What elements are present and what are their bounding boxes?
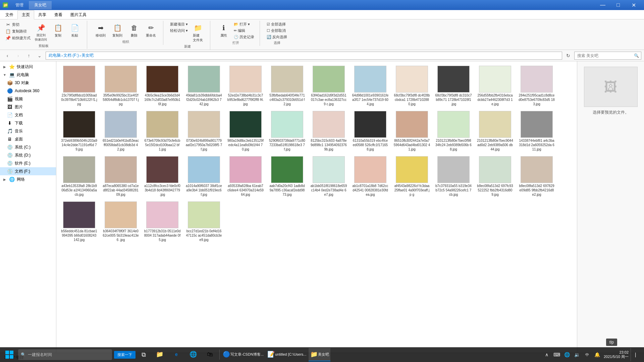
clock[interactable]: 23:02 2021/5/10 周一	[602, 350, 630, 359]
sidebar-item-drive-f[interactable]: 💿 文档 (F:)	[0, 167, 56, 175]
up-button[interactable]: ↑	[24, 51, 34, 60]
easy-access-button[interactable]: 轻松访问 ▾	[169, 28, 189, 34]
file-item[interactable]: a112c8fcc3cec3 fde0cf03b4d18 8d43f869427…	[142, 155, 182, 198]
taskbar-search[interactable]: 🔍 一建报名时间	[18, 349, 112, 360]
file-item[interactable]: 43b5c9ea15ce3b6d3d4169c7c2df33a87e950b1 …	[142, 64, 182, 108]
rename-button[interactable]: ✏ 重命名	[143, 21, 159, 39]
file-item[interactable]: ab1bb051f8198618e659c14b4 0ed2e738ad4e 6…	[309, 155, 349, 198]
sidebar-item-downloads[interactable]: ⬇ 下载	[0, 119, 56, 127]
file-item[interactable]: 23c79f3df8dcd1005bad0c3978b4710b9122f f1…	[59, 64, 99, 108]
sidebar-item-network[interactable]: ▶ 🌐 网络	[0, 175, 56, 183]
taskbar-app-ie[interactable]: e	[168, 348, 184, 361]
sidebar-item-music[interactable]: 🎵 音乐	[0, 127, 56, 135]
expand-button[interactable]: ⌄	[35, 51, 44, 60]
paste-shortcut-button[interactable]: 📌粘快捷方式	[4, 35, 32, 41]
properties-button[interactable]: ℹ 属性	[216, 21, 232, 39]
file-item[interactable]: ab1c8701a18b8 7d62ccd42541 00828381e30fd…	[350, 155, 390, 198]
sidebar-item-3d[interactable]: 📦 3D 对象	[0, 79, 56, 87]
back-button[interactable]: ‹	[3, 51, 12, 60]
file-item[interactable]: 284e251f95cad1c8d8ced0e8753e6709c83d5 18…	[517, 64, 557, 108]
file-item[interactable]: b364034f78f0f7 3614e062ce005 5b319eac413…	[101, 200, 141, 244]
sidebar-item-autodesk[interactable]: 🔵 Autodesk 360	[0, 87, 56, 95]
invert-selection-button[interactable]: 🔄 反向选择	[265, 34, 288, 40]
maximize-button[interactable]: □	[610, 0, 626, 10]
notification-icon[interactable]: 🔔	[592, 348, 602, 361]
sidebar-item-pictures[interactable]: 🖼 图片	[0, 103, 56, 111]
file-item[interactable]: b56eddc451da 81cbae1994395 b66d01608243 …	[59, 200, 99, 244]
forward-button[interactable]: ›	[13, 51, 23, 60]
refresh-button[interactable]: ↻	[564, 51, 573, 60]
file-item[interactable]: 63f40ad162d9f3d2d551017c3ae ec8a136327cc…	[309, 64, 349, 108]
file-item[interactable]: b8ec08fa513d2 697fc93522252 fbb2fb4316d8…	[475, 155, 515, 198]
file-item[interactable]: a1014a90f6037 38df1cea9e3b4 1bb051f919ec…	[184, 155, 224, 198]
search-input[interactable]	[577, 53, 633, 58]
address-path[interactable]: 此电脑 › 文档 (F:) › 美女吧	[46, 52, 562, 60]
file-item[interactable]: 673e6709c93d70cfe6cb5e15f2dcd100baa12 bf…	[142, 109, 182, 153]
new-folder-button[interactable]: 📁 新建文件夹	[190, 21, 206, 44]
file-item[interactable]: aab7d0a20cf43 1adb8d9a7895 c36acaf2edd98…	[267, 155, 307, 198]
file-item[interactable]: 651ed21b0ef41bd53eacff0058da81cb38db3d 4…	[101, 109, 141, 153]
copy-button[interactable]: 📋 复制	[50, 21, 66, 39]
ribbon-tab-home[interactable]: 主页	[17, 10, 34, 19]
file-item[interactable]: 256d55fbb2fb4316ebcadcbb27a4462308f7d3 1…	[475, 64, 515, 108]
sidebar-item-video[interactable]: 🎬 视频	[0, 95, 56, 103]
file-item[interactable]: b1773912b31b 0511e0d8004 317adab44aede 0…	[142, 200, 182, 244]
paste-button[interactable]: 📄 粘贴	[67, 21, 83, 39]
cut-button[interactable]: ✂剪切	[4, 21, 32, 27]
taskbar-app-explorer-pinned[interactable]: 📁	[152, 348, 168, 361]
ribbon-tab-share[interactable]: 共享	[34, 11, 50, 19]
show-desktop-button[interactable]: |	[631, 348, 640, 361]
volume-icon[interactable]: 🔉	[572, 348, 582, 361]
network-taskbar-icon[interactable]: 🌐	[562, 348, 572, 361]
file-item[interactable]: b8ec08fa513d2 697829e09d85 9fbb2fb4216d8…	[517, 155, 557, 198]
file-item[interactable]: 5290f603738da9771c807233ba51f8198618e3 7…	[267, 109, 307, 153]
new-item-button[interactable]: 新建项目 ▾	[169, 21, 189, 27]
pin-quick-access-button[interactable]: 📌 固定到快速访问	[33, 21, 49, 43]
ribbon-tab-view[interactable]: 查看	[50, 11, 66, 19]
taskbar-app-edge[interactable]: 🌐	[185, 348, 201, 361]
move-to-button[interactable]: ➡ 移动到	[93, 21, 109, 39]
history-button[interactable]: 🕐 历史记录	[232, 34, 256, 40]
imput-icon[interactable]: 中	[582, 348, 592, 361]
sidebar-item-drive-e[interactable]: 💿 软件 (E:)	[0, 159, 56, 167]
ribbon-tab-file[interactable]: 文件	[1, 11, 17, 19]
title-tab-meinvba[interactable]: 美女吧	[29, 1, 52, 9]
sidebar-item-drive-d[interactable]: 💿 系统 (D:)	[0, 151, 56, 159]
search-box[interactable]: 🔍	[574, 52, 641, 60]
file-item[interactable]: a93533fa828ba 61eab7c6dee4 634970a314e59…	[225, 155, 266, 198]
edit-button[interactable]: ✏ 编辑	[232, 28, 256, 34]
title-tab-manage[interactable]: 管理	[10, 1, 29, 9]
path-pc[interactable]: 此电脑	[49, 53, 61, 58]
select-all-button[interactable]: ☑ 全部选择	[265, 21, 287, 27]
task-view-button[interactable]: ⧉	[136, 348, 151, 361]
ribbon-tab-picture-tools[interactable]: 图片工具	[66, 11, 91, 19]
file-item[interactable]: 61310a55b319 ebc4fceed0588 526cffc1f1716…	[350, 109, 390, 153]
file-item[interactable]: 980a19d8bc3eb135129fedc4a11ea8d3fd1f44 7…	[225, 109, 266, 153]
file-item[interactable]: a87eca8065380 cd7a1ed8f22ab 44ad34588281…	[101, 155, 141, 198]
file-item[interactable]: a43eb13533fa8 28b1b906d53e a1f4134960a5a…	[59, 155, 99, 198]
open-button[interactable]: 📂 打开 ▾	[232, 21, 256, 27]
sidebar-item-documents[interactable]: 📄 文档	[0, 111, 56, 119]
file-item[interactable]: b7c379310a55 b319e34b72c5 54a98226cefc1 …	[433, 155, 474, 198]
sidebar-item-drive-c[interactable]: 💿 系统 (C:)	[0, 143, 56, 151]
file-item[interactable]: 2101213fb80e7bec9044ad0d2 2eb9389a506 db…	[475, 109, 515, 153]
path-docs[interactable]: 文档 (F:)	[63, 53, 79, 58]
file-item[interactable]: 68cf3bc79f3df8 dc310c7b89c71 1728b471028…	[433, 64, 474, 108]
copy-to-button[interactable]: 📋 复制到	[109, 21, 125, 39]
taskbar-app-folder[interactable]: 📁 美女吧	[309, 348, 330, 361]
file-item[interactable]: 52ed2e738bd4b31c3c7b953e8bd6277f9f2ff8 f…	[225, 64, 266, 108]
file-item[interactable]: 8125bc315c603 4a878e9d898c1 134954092376…	[309, 109, 349, 153]
file-item[interactable]: bcc27d1ed21b 0ef4d1647115c ac451da80cb3e…	[184, 200, 224, 244]
close-button[interactable]: ✕	[626, 0, 641, 10]
select-none-button[interactable]: ☐ 全部取消	[265, 28, 287, 34]
sidebar-item-this-pc[interactable]: ▼ 💻 此电脑	[0, 71, 56, 79]
sidebar-item-quick-access[interactable]: ▶ ⭐ 快速访问	[0, 63, 56, 71]
taskbar-search-button[interactable]: 搜索一下	[114, 351, 136, 359]
file-item[interactable]: 49da81cb39dbb6fdcba4f2d20c024ab18962b3 7…	[184, 64, 224, 108]
taskbar-app-csdn[interactable]: 🔵 写文章-CSDN博客...	[221, 348, 265, 361]
start-button[interactable]	[1, 348, 17, 361]
file-item[interactable]: 372eb9389b504fc203a914c4e2dde71191ef6d 7…	[59, 109, 99, 153]
file-item[interactable]: af4543a98226cf fc3daa25ffae01 4a90f703ea…	[392, 155, 432, 198]
file-item[interactable]: 0730e924b899a901779aaf2e17950a7b0208f5 7…	[184, 109, 224, 153]
file-item[interactable]: 2101213fb80e7bec0f9834fc24 2eb9389b506b …	[433, 109, 474, 153]
